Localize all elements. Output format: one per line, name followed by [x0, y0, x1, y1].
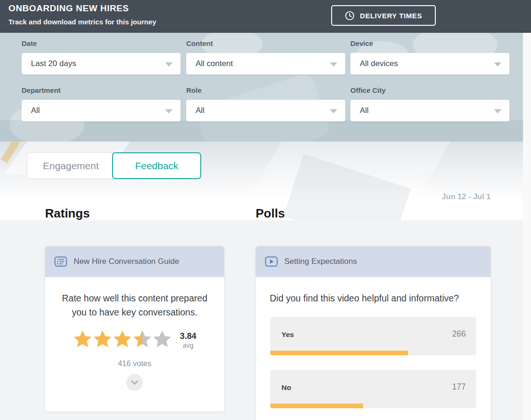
content-filter-dropdown[interactable]: All content: [186, 53, 345, 75]
tab-feedback[interactable]: Feedback: [112, 152, 201, 179]
polls-heading: Polls: [256, 206, 285, 221]
poll-option-no[interactable]: No 177: [270, 370, 476, 408]
rating-card: New Hire Conversation Guide Rate how wel…: [45, 246, 224, 412]
chevron-down-icon: [330, 62, 337, 67]
clock-icon: [345, 11, 355, 21]
scrollbar-gutter[interactable]: [523, 33, 531, 420]
ratings-heading: Ratings: [45, 206, 90, 221]
filter-label-role: Role: [186, 86, 345, 94]
journey-header: ONBOARDING NEW HIRES Track and download …: [0, 0, 531, 33]
poll-card: Setting Expectations Did you find this v…: [256, 246, 491, 420]
role-filter-value: All: [196, 106, 205, 115]
poll-result-bar: [270, 404, 363, 408]
poll-option-count: 177: [452, 382, 466, 392]
page-subtitle: Track and download metrics for this jour…: [8, 18, 156, 26]
tab-engagement[interactable]: Engagement: [27, 152, 115, 179]
filter-label-date: Date: [22, 39, 181, 47]
rating-average-value: 3.84: [180, 331, 196, 341]
department-filter-value: All: [31, 106, 40, 115]
rating-votes-count: 416 votes: [45, 359, 224, 368]
filter-label-department: Department: [22, 86, 181, 94]
delivery-times-label: DELIVERY TIMES: [360, 12, 422, 20]
department-filter-dropdown[interactable]: All: [22, 100, 181, 121]
dashboard-page: ONBOARDING NEW HIRES Track and download …: [0, 0, 531, 420]
chevron-down-icon: [494, 62, 501, 67]
device-filter-value: All devices: [360, 59, 398, 68]
date-filter-value: Last 20 days: [31, 59, 76, 68]
chevron-down-icon: [494, 109, 501, 113]
device-filter-dropdown[interactable]: All devices: [350, 53, 509, 75]
delivery-times-button[interactable]: DELIVERY TIMES: [331, 5, 436, 26]
role-filter-dropdown[interactable]: All: [186, 100, 345, 121]
office-city-filter-value: All: [360, 106, 369, 115]
poll-card-title: Setting Expectations: [284, 257, 357, 266]
poll-result-bar: [270, 351, 408, 355]
poll-question: Did you find this video helpful and info…: [270, 291, 477, 305]
filter-label-content: Content: [186, 39, 345, 47]
rating-card-title: New Hire Conversation Guide: [74, 257, 179, 266]
page-title: ONBOARDING NEW HIRES: [8, 3, 129, 14]
rating-card-header: New Hire Conversation Guide: [45, 246, 224, 277]
filters-panel: Date Last 20 days Content All content De…: [0, 33, 531, 142]
poll-option-label: Yes: [281, 330, 294, 339]
star-rating: 3.84 avg: [45, 330, 224, 351]
video-play-icon: [265, 256, 278, 267]
date-filter-dropdown[interactable]: Last 20 days: [22, 53, 181, 75]
chevron-down-icon: [165, 109, 173, 113]
rating-average: 3.84 avg: [180, 331, 196, 349]
filter-label-device: Device: [350, 39, 509, 47]
poll-option-count: 266: [452, 329, 466, 339]
poll-option-label: No: [281, 383, 291, 392]
office-city-filter-dropdown[interactable]: All: [350, 100, 509, 121]
expand-rating-button[interactable]: [126, 374, 143, 391]
rating-average-label: avg: [180, 342, 196, 349]
content-filter-value: All content: [196, 59, 233, 68]
metrics-tabs: Engagement Feedback: [27, 152, 201, 179]
poll-option-yes[interactable]: Yes 266: [270, 317, 476, 355]
chevron-down-icon: [330, 109, 337, 113]
stars-icon: [73, 330, 172, 351]
chevron-down-icon: [131, 380, 138, 385]
ground-decoration: [0, 120, 531, 142]
content-list-icon: [54, 256, 67, 267]
date-range-label: Jun 12 - Jul 1: [441, 192, 491, 201]
chevron-down-icon: [165, 62, 173, 67]
poll-card-header: Setting Expectations: [256, 246, 491, 277]
rating-question: Rate how well this content prepared you …: [57, 291, 212, 319]
filter-label-office-city: Office City: [350, 86, 509, 94]
